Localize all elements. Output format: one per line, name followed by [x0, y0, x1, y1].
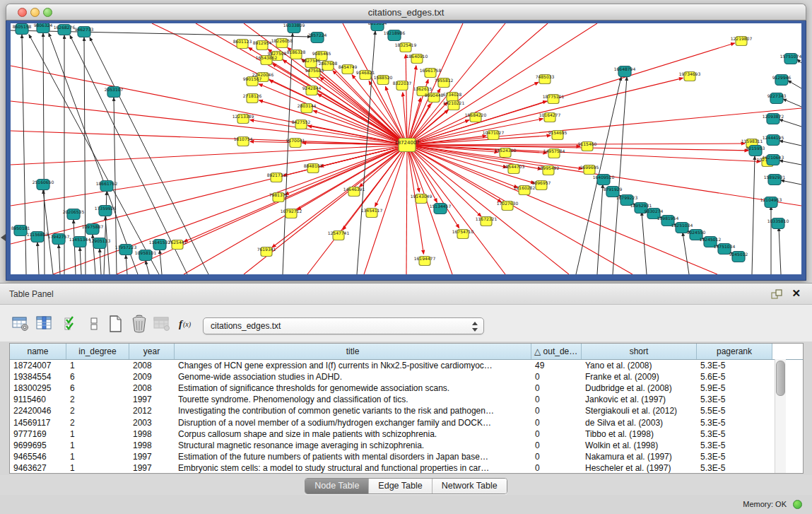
- new-document-icon[interactable]: [105, 313, 126, 334]
- svg-text:15892931: 15892931: [764, 175, 786, 180]
- table-selector-dropdown[interactable]: citations_edges.txt: [203, 317, 484, 334]
- cell-out_degree: 0: [531, 463, 582, 473]
- tab-edge-table[interactable]: Edge Table: [368, 479, 431, 493]
- table-mode-icon[interactable]: [10, 313, 31, 334]
- cell-name: 19384554: [10, 372, 66, 382]
- cell-in_degree: 1: [66, 452, 129, 462]
- column-header-year[interactable]: year: [129, 344, 175, 359]
- function-builder-icon[interactable]: f (x): [175, 313, 196, 334]
- svg-text:16268276: 16268276: [54, 25, 76, 30]
- table-row[interactable]: 1938455462009Genome-wide association stu…: [10, 371, 803, 382]
- show-columns-icon[interactable]: [34, 313, 55, 334]
- svg-text:16033809: 16033809: [283, 23, 305, 28]
- cell-pagerank: 5.5E-5: [697, 406, 772, 416]
- svg-text:11672321: 11672321: [476, 216, 498, 221]
- svg-text:10981954: 10981954: [657, 216, 679, 221]
- cell-short: Tibbo et al. (1998): [582, 429, 697, 439]
- column-header-title[interactable]: title: [175, 344, 531, 359]
- svg-text:19734693: 19734693: [679, 71, 701, 76]
- cell-in_degree: 6: [66, 383, 129, 393]
- table-row[interactable]: 969969511998Structural magnetic resonanc…: [10, 440, 803, 451]
- cell-out_degree: 0: [531, 429, 582, 439]
- cell-pagerank: 5.3E-5: [697, 429, 772, 439]
- svg-text:10471027: 10471027: [483, 130, 505, 135]
- panel-collapse-arrow-icon[interactable]: [1, 234, 6, 241]
- clear-selection-icon[interactable]: [83, 313, 105, 334]
- cell-pagerank: 5.9E-5: [697, 383, 772, 393]
- delete-trash-icon[interactable]: [129, 313, 150, 334]
- svg-text:17027630: 17027630: [497, 201, 519, 206]
- svg-text:20206535: 20206535: [63, 209, 85, 214]
- network-window: citations_edges.txt 86011238912954182260…: [6, 4, 806, 281]
- svg-text:8921731: 8921731: [267, 173, 286, 177]
- svg-text:15684220: 15684220: [465, 112, 487, 117]
- svg-text:12905133: 12905133: [89, 238, 111, 243]
- cell-title: Genome-wide association studies in ADHD.: [175, 372, 531, 382]
- vertical-scrollbar[interactable]: [775, 359, 786, 473]
- window-title: citations_edges.txt: [6, 4, 806, 21]
- cell-short: Dudbridge et al. (2008): [582, 383, 697, 393]
- svg-text:18775101: 18775101: [543, 94, 565, 99]
- svg-text:12219807: 12219807: [731, 36, 753, 41]
- svg-text:8813054: 8813054: [368, 23, 387, 25]
- tab-node-table[interactable]: Node Table: [305, 479, 368, 493]
- table-row[interactable]: 1456911722003Disruption of a novel membe…: [10, 416, 803, 428]
- cell-pagerank: 5.3E-5: [697, 418, 772, 428]
- svg-text:9129946: 9129946: [772, 75, 792, 80]
- cell-year: 2012: [129, 406, 175, 416]
- svg-text:16961758: 16961758: [420, 68, 442, 73]
- close-panel-icon[interactable]: ✕: [792, 287, 801, 300]
- cell-title: Corpus callosum shape and size in male p…: [175, 429, 531, 439]
- svg-text:17957223: 17957223: [115, 245, 137, 250]
- svg-text:12093872: 12093872: [763, 114, 784, 119]
- svg-text:19218986: 19218986: [384, 30, 406, 35]
- network-window-titlebar[interactable]: citations_edges.txt: [6, 4, 806, 21]
- select-all-checkmarks-icon[interactable]: [61, 313, 82, 334]
- cell-in_degree: 2: [66, 418, 129, 428]
- column-header-name[interactable]: name: [10, 344, 66, 359]
- cell-short: de Silva et al. (2003): [582, 418, 697, 428]
- table-row[interactable]: 946554611997Estimation of the future num…: [10, 451, 803, 462]
- table-row[interactable]: 1830029562008Estimation of significance …: [10, 382, 803, 394]
- cell-short: Wolkin et al. (1998): [582, 440, 697, 450]
- svg-text:16194477: 16194477: [414, 256, 436, 261]
- float-panel-icon[interactable]: [771, 289, 782, 299]
- desktop: citations_edges.txt 86011238912954182260…: [0, 0, 812, 514]
- svg-text:8605158: 8605158: [13, 24, 32, 29]
- table-row[interactable]: 1872400712008Changes of HCN gene express…: [10, 360, 803, 371]
- svg-text:16210643: 16210643: [763, 155, 784, 160]
- table-row[interactable]: 2242004622012Investigating the contribut…: [10, 405, 803, 416]
- cell-short: Nakamura et al. (1997): [582, 452, 697, 462]
- table-panel-header: Table Panel ✕: [0, 283, 812, 305]
- svg-text:12444195: 12444195: [763, 135, 784, 140]
- memory-status-label: Memory: OK: [743, 495, 787, 514]
- column-header-out_degree[interactable]: △ out_de…: [531, 344, 582, 359]
- cell-short: Stergiakouli et al. (2012): [582, 406, 697, 416]
- column-header-short[interactable]: short: [582, 344, 697, 359]
- table-row[interactable]: 977716911998Corpus callosum shape and si…: [10, 428, 803, 440]
- column-header-pagerank[interactable]: pagerank: [697, 344, 772, 359]
- column-header-in_degree[interactable]: in_degree: [66, 344, 129, 359]
- cell-title: Changes of HCN gene expression and I(f) …: [175, 361, 531, 370]
- tab-network-table[interactable]: Network Table: [432, 479, 507, 493]
- import-table-icon[interactable]: [151, 313, 172, 334]
- svg-text:7619341: 7619341: [257, 247, 276, 252]
- svg-text:18226058: 18226058: [271, 38, 293, 43]
- svg-text:7485033: 7485033: [536, 74, 555, 79]
- svg-text:18724007: 18724007: [394, 140, 420, 146]
- svg-text:16409510: 16409510: [593, 175, 615, 180]
- table-row[interactable]: 946362711997Embryonic stem cells: a mode…: [10, 462, 803, 474]
- svg-text:9154695: 9154695: [548, 130, 567, 135]
- cell-pagerank: 5.3E-5: [697, 361, 772, 370]
- svg-text:12213389: 12213389: [233, 114, 254, 119]
- memory-status-icon: [793, 500, 802, 509]
- cell-year: 1997: [129, 463, 175, 473]
- svg-text:10975887: 10975887: [82, 224, 104, 229]
- cell-name: 14569117: [10, 418, 66, 428]
- scrollbar-thumb[interactable]: [776, 361, 785, 396]
- cell-in_degree: 1: [66, 463, 129, 473]
- svg-text:8601123: 8601123: [233, 39, 252, 44]
- network-canvas[interactable]: 8601123891295418226058982750881863289085…: [11, 23, 801, 274]
- table-row[interactable]: 911546021997Tourette syndrome. Phenomeno…: [10, 394, 803, 405]
- cell-title: Disruption of a novel member of a sodium…: [175, 418, 531, 428]
